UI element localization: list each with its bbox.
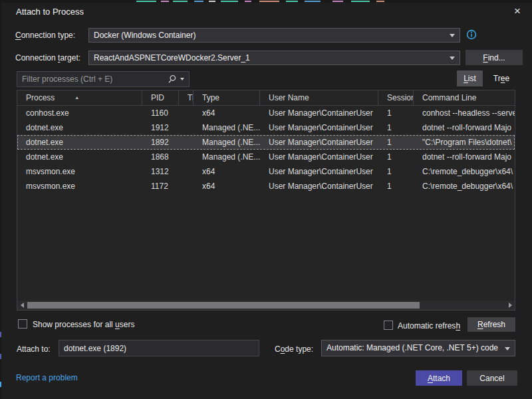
cell-cmd: dotnet --roll-forward Majo: [414, 150, 515, 164]
cell-type: Managed (.NE...: [194, 135, 260, 150]
column-header-label: Tit: [188, 93, 194, 102]
column-header-label: Session: [387, 93, 414, 102]
code-type-combobox[interactable]: Automatic: Managed (.NET Core, .NET 5+) …: [321, 340, 515, 356]
process-row[interactable]: msvsmon.exe1312x64User Manager\Container…: [17, 164, 515, 179]
column-header-label: PID: [151, 93, 164, 102]
refresh-button[interactable]: Refresh: [467, 317, 515, 332]
cell-type: Managed (.NE...: [194, 120, 260, 135]
close-icon[interactable]: ×: [509, 3, 525, 19]
process-row[interactable]: dotnet.exe1912Managed (.NE...User Manage…: [17, 120, 515, 135]
cell-cmd: C:\remote_debugger\x64\: [414, 164, 515, 179]
cell-type: x64: [194, 164, 260, 179]
cell-process: conhost.exe: [17, 106, 142, 120]
cell-tit: [179, 150, 194, 164]
cell-type: x64: [194, 179, 260, 194]
cell-cmd: conhost --headless --serve: [414, 106, 515, 120]
cell-session: 1: [378, 150, 414, 164]
column-header-user[interactable]: User Name: [260, 90, 378, 105]
cell-tit: [179, 120, 194, 135]
horizontal-scrollbar[interactable]: [17, 301, 515, 310]
column-header-pid[interactable]: PID: [142, 90, 179, 105]
chevron-down-icon[interactable]: [180, 78, 184, 80]
table-body: conhost.exe1160x64User Manager\Container…: [17, 106, 515, 194]
process-row[interactable]: dotnet.exe1868Managed (.NE...User Manage…: [17, 150, 515, 164]
process-filter: [17, 71, 190, 87]
scroll-right-arrow-icon[interactable]: [505, 301, 515, 310]
cell-process: dotnet.exe: [17, 120, 142, 135]
cell-tit: [179, 106, 194, 120]
cancel-button[interactable]: Cancel: [467, 370, 517, 386]
column-header-label: User Name: [269, 93, 309, 102]
info-icon[interactable]: [466, 29, 477, 40]
process-row[interactable]: conhost.exe1160x64User Manager\Container…: [17, 106, 515, 120]
attach-to-field[interactable]: [59, 340, 259, 356]
chevron-down-icon: [450, 34, 455, 37]
show-all-users-label: Show processes for all users: [33, 320, 134, 329]
cell-user: User Manager\ContainerUser: [260, 179, 378, 194]
column-header-label: Command Line: [422, 93, 476, 102]
connection-type-combobox[interactable]: Docker (Windows Container): [88, 28, 460, 43]
connection-target-combobox[interactable]: ReactAndASPNETCoreWDocker2.Server_1: [88, 51, 460, 65]
chevron-down-icon: [450, 57, 455, 60]
column-header-session[interactable]: Session: [378, 90, 414, 105]
mnemonic: h: [456, 321, 460, 331]
find-button[interactable]: Find...: [466, 50, 523, 65]
mnemonic: F: [483, 53, 487, 63]
cell-tit: [179, 135, 194, 150]
column-header-tit[interactable]: Tit: [179, 90, 194, 105]
cell-type: Managed (.NE...: [194, 150, 260, 164]
cell-user: User Manager\ContainerUser: [260, 150, 378, 164]
cell-user: User Manager\ContainerUser: [260, 164, 378, 179]
cell-session: 1: [378, 164, 414, 179]
cell-process: dotnet.exe: [17, 150, 142, 164]
automatic-refresh-label: Automatic refresh: [398, 321, 460, 331]
attach-to-process-dialog: Attach to Process × Connection type: Doc…: [0, 0, 532, 399]
scroll-left-arrow-icon[interactable]: [17, 301, 27, 310]
search-input[interactable]: [17, 74, 168, 84]
cell-user: User Manager\ContainerUser: [260, 135, 378, 150]
cell-pid: 1912: [142, 120, 179, 135]
cell-tit: [179, 179, 194, 194]
connection-target-label: Connection target:: [15, 53, 80, 63]
cell-pid: 1892: [142, 135, 179, 150]
view-toggle-tree[interactable]: Tree: [487, 70, 515, 86]
cell-type: x64: [194, 106, 260, 120]
report-a-problem-link[interactable]: Report a problem: [16, 373, 78, 382]
table-header-row: Process▲PIDTitTypeUser NameSessionComman…: [17, 90, 515, 106]
dialog-title: Attach to Process: [16, 7, 84, 17]
cell-pid: 1868: [142, 150, 179, 164]
column-header-process[interactable]: Process▲: [17, 90, 142, 105]
process-table: Process▲PIDTitTypeUser NameSessionComman…: [17, 90, 515, 311]
view-toggle-list[interactable]: List: [457, 70, 483, 86]
process-row[interactable]: msvsmon.exe1172x64User Manager\Container…: [17, 179, 515, 194]
column-header-type[interactable]: Type: [194, 90, 260, 105]
code-type-label: Code type:: [275, 344, 313, 354]
cell-session: 1: [378, 179, 414, 194]
cell-cmd: "C:\Program Files\dotnet\: [414, 135, 515, 150]
chevron-down-icon: [505, 347, 510, 350]
background-left-edge: [0, 3, 1, 399]
connection-type-value: Docker (Windows Container): [94, 31, 196, 40]
attach-to-field-wrap: [59, 340, 259, 356]
show-all-users-checkbox[interactable]: [18, 319, 27, 329]
cell-session: 1: [378, 120, 414, 135]
mnemonic: R: [477, 320, 483, 329]
process-row[interactable]: dotnet.exe1892Managed (.NE...User Manage…: [17, 135, 515, 150]
cell-user: User Manager\ContainerUser: [260, 120, 378, 135]
cell-pid: 1312: [142, 164, 179, 179]
cell-process: dotnet.exe: [17, 135, 142, 150]
cell-session: 1: [378, 106, 414, 120]
mnemonic: u: [115, 320, 120, 329]
column-header-label: Process: [26, 93, 55, 102]
column-header-cmd[interactable]: Command Line: [414, 90, 515, 105]
cell-cmd: C:\remote_debugger\x64\: [414, 179, 515, 194]
column-header-label: Type: [202, 93, 219, 102]
automatic-refresh-checkbox[interactable]: [384, 321, 393, 330]
attach-button[interactable]: Attach: [416, 370, 462, 386]
scrollbar-thumb[interactable]: [27, 302, 420, 309]
background-code-strip: [0, 0, 532, 3]
search-icon[interactable]: [168, 74, 177, 84]
cell-pid: 1172: [142, 179, 179, 194]
attach-to-label: Attach to:: [17, 344, 51, 354]
mnemonic: A: [428, 374, 433, 383]
